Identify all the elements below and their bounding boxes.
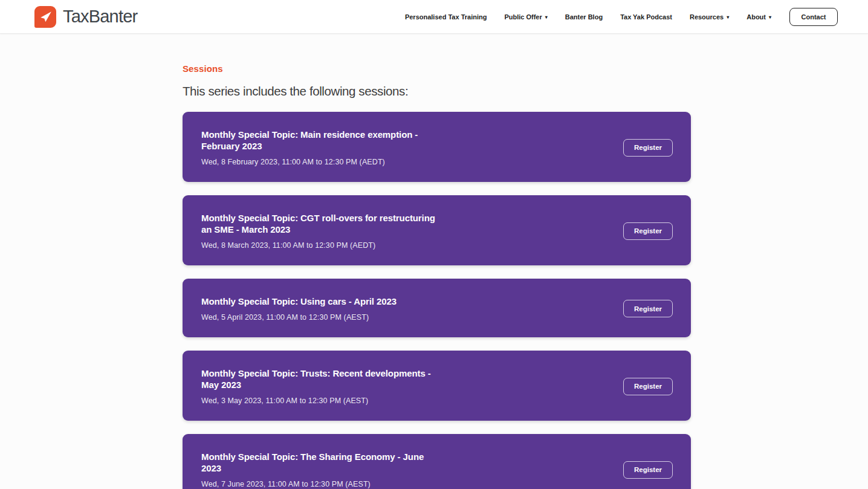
session-title: Monthly Special Topic: The Sharing Econo… (201, 451, 443, 474)
chevron-down-icon: ▾ (769, 15, 771, 20)
brand-name: TaxBanter (63, 7, 137, 27)
nav-item-about[interactable]: About ▾ (747, 13, 771, 21)
sessions-intro-text: This series includes the following sessi… (183, 84, 868, 99)
nav-item-public-offer[interactable]: Public Offer ▾ (504, 13, 547, 21)
session-datetime: Wed, 7 June 2023, 11:00 AM to 12:30 PM (… (201, 480, 443, 488)
session-title: Monthly Special Topic: CGT roll-overs fo… (201, 212, 443, 235)
site-header: TaxBanter Personalised Tax Training Publ… (0, 0, 868, 34)
session-title: Monthly Special Topic: Trusts: Recent de… (201, 368, 443, 390)
chevron-down-icon: ▾ (545, 15, 548, 20)
nav-item-tax-yak-podcast[interactable]: Tax Yak Podcast (620, 13, 672, 21)
nav-item-resources[interactable]: Resources ▾ (690, 13, 729, 21)
register-button[interactable]: Register (623, 461, 673, 479)
main-nav: Personalised Tax Training Public Offer ▾… (405, 13, 771, 21)
register-button[interactable]: Register (623, 300, 673, 317)
register-button[interactable]: Register (623, 222, 673, 240)
brand-logo[interactable]: TaxBanter (34, 6, 137, 28)
nav-item-banter-blog[interactable]: Banter Blog (565, 13, 603, 21)
nav-item-personalised-tax-training[interactable]: Personalised Tax Training (405, 13, 487, 21)
session-datetime: Wed, 8 February 2023, 11:00 AM to 12:30 … (201, 158, 443, 166)
session-card: Monthly Special Topic: Main residence ex… (183, 112, 691, 182)
taxbanter-paper-plane-icon (34, 6, 56, 28)
register-button[interactable]: Register (623, 378, 673, 395)
contact-button[interactable]: Contact (789, 8, 838, 26)
session-title: Monthly Special Topic: Using cars - Apri… (201, 296, 397, 307)
page-content: Sessions This series includes the follow… (0, 34, 868, 489)
session-card: Monthly Special Topic: Using cars - Apri… (183, 279, 691, 337)
sessions-section-label: Sessions (183, 64, 868, 73)
session-card: Monthly Special Topic: The Sharing Econo… (183, 434, 691, 489)
session-datetime: Wed, 8 March 2023, 11:00 AM to 12:30 PM … (201, 241, 443, 250)
session-datetime: Wed, 3 May 2023, 11:00 AM to 12:30 PM (A… (201, 397, 443, 405)
session-title: Monthly Special Topic: Main residence ex… (201, 129, 443, 152)
session-card: Monthly Special Topic: Trusts: Recent de… (183, 351, 691, 421)
session-datetime: Wed, 5 April 2023, 11:00 AM to 12:30 PM … (201, 313, 397, 322)
session-card: Monthly Special Topic: CGT roll-overs fo… (183, 195, 691, 265)
register-button[interactable]: Register (623, 139, 673, 157)
chevron-down-icon: ▾ (727, 15, 729, 20)
sessions-list: Monthly Special Topic: Main residence ex… (183, 112, 868, 489)
